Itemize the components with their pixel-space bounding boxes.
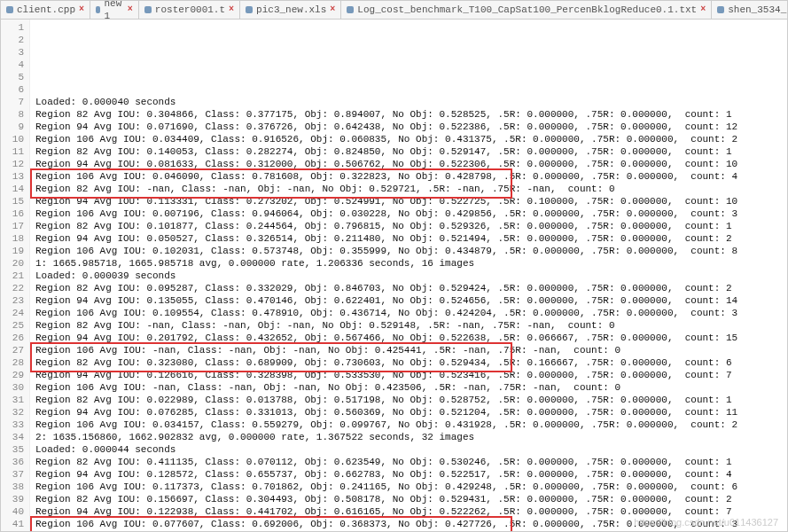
line-number: 37 — [1, 468, 24, 481]
line-number: 8 — [1, 108, 24, 121]
line-number: 2 — [1, 34, 24, 46]
code-line[interactable]: Region 106 Avg IOU: 0.007196, Class: 0.9… — [35, 207, 787, 220]
close-icon[interactable]: × — [700, 4, 706, 16]
code-line[interactable]: Region 106 Avg IOU: 0.034157, Class: 0.5… — [35, 419, 787, 431]
code-line[interactable]: Loaded: 0.000039 seconds — [35, 270, 787, 282]
code-line[interactable]: Region 106 Avg IOU: 0.117373, Class: 0.7… — [35, 481, 787, 493]
file-icon — [717, 6, 724, 13]
code-line[interactable]: Region 82 Avg IOU: -nan, Class: -nan, Ob… — [35, 319, 787, 332]
watermark: https://blog.csdn.net/u011436127 — [634, 516, 778, 528]
line-number: 40 — [1, 505, 24, 518]
code-line[interactable]: Region 82 Avg IOU: 0.323080, Class: 0.68… — [35, 356, 787, 369]
line-number: 34 — [1, 431, 24, 443]
line-number: 9 — [1, 121, 24, 133]
code-line[interactable]: Region 82 Avg IOU: -nan, Class: -nan, Ob… — [35, 183, 787, 195]
code-line[interactable]: Region 82 Avg IOU: 0.140053, Class: 0.28… — [35, 145, 787, 158]
file-icon — [347, 6, 354, 13]
file-icon — [246, 6, 253, 13]
code-line[interactable]: Region 94 Avg IOU: 0.113331, Class: 0.27… — [35, 195, 787, 207]
line-number: 21 — [1, 270, 24, 282]
line-number: 31 — [1, 394, 24, 406]
code-line[interactable]: Region 94 Avg IOU: 0.135055, Class: 0.47… — [35, 294, 787, 307]
line-number: 19 — [1, 245, 24, 257]
line-number: 32 — [1, 406, 24, 419]
code-line[interactable]: Region 106 Avg IOU: 0.102031, Class: 0.5… — [35, 245, 787, 257]
line-number: 6 — [1, 83, 24, 96]
code-line[interactable]: Region 94 Avg IOU: 0.050527, Class: 0.32… — [35, 232, 787, 245]
line-number: 25 — [1, 319, 24, 332]
code-line[interactable]: Region 94 Avg IOU: 0.076285, Class: 0.33… — [35, 406, 787, 419]
code-line[interactable]: Loaded: 0.000040 seconds — [35, 96, 787, 108]
file-icon — [6, 6, 13, 13]
line-number: 41 — [1, 518, 24, 530]
code-line[interactable]: Region 94 Avg IOU: 0.128572, Class: 0.65… — [35, 468, 787, 481]
close-icon[interactable]: × — [330, 4, 335, 16]
line-number: 4 — [1, 59, 24, 71]
line-number: 20 — [1, 257, 24, 270]
close-icon[interactable]: × — [229, 4, 234, 16]
close-icon[interactable]: × — [79, 4, 84, 16]
code-line[interactable]: Region 82 Avg IOU: 0.156697, Class: 0.30… — [35, 493, 787, 505]
code-line[interactable]: Region 94 Avg IOU: 0.126616, Class: 0.32… — [35, 369, 787, 381]
tab-1[interactable]: new 1× — [90, 1, 139, 19]
line-number: 1 — [1, 21, 24, 34]
code-line[interactable]: Loaded: 0.000044 seconds — [35, 443, 787, 456]
line-number: 27 — [1, 344, 24, 356]
line-number: 39 — [1, 493, 24, 505]
code-area: https://blog.csdn.net/u011436127 Loaded:… — [30, 20, 787, 532]
line-number: 23 — [1, 294, 24, 307]
tab-3[interactable]: pic3_new.xls× — [240, 1, 341, 19]
code-line[interactable]: Region 82 Avg IOU: 0.101877, Class: 0.24… — [35, 220, 787, 232]
line-number: 29 — [1, 369, 24, 381]
line-gutter: 1234567891011121314151617181920212223242… — [1, 20, 30, 532]
code-line[interactable]: Region 82 Avg IOU: 0.022989, Class: 0.01… — [35, 394, 787, 406]
tab-2[interactable]: roster0001.t× — [139, 1, 240, 19]
tab-label: Log_cost_benchmark_T100_CapSat100_Percen… — [357, 4, 697, 16]
line-number: 18 — [1, 232, 24, 245]
line-number: 38 — [1, 481, 24, 493]
code-line[interactable]: Region 106 Avg IOU: -nan, Class: -nan, O… — [35, 344, 787, 356]
close-icon[interactable]: × — [128, 4, 133, 16]
line-number: 26 — [1, 332, 24, 344]
tab-0[interactable]: client.cpp× — [1, 1, 90, 19]
tab-label: shen_3534_train_log.txt — [728, 4, 788, 16]
code-line[interactable]: Region 82 Avg IOU: 0.411135, Class: 0.07… — [35, 456, 787, 468]
tab-label: pic3_new.xls — [256, 4, 326, 16]
editor: 1234567891011121314151617181920212223242… — [1, 20, 787, 532]
code-line[interactable]: Region 106 Avg IOU: 0.046090, Class: 0.7… — [35, 170, 787, 183]
line-number: 17 — [1, 220, 24, 232]
code-line[interactable]: Region 94 Avg IOU: 0.071690, Class: 0.37… — [35, 121, 787, 133]
file-icon — [144, 6, 152, 13]
line-number: 24 — [1, 307, 24, 319]
line-number: 16 — [1, 207, 24, 220]
line-number: 30 — [1, 381, 24, 394]
line-number: 33 — [1, 419, 24, 431]
code-line[interactable]: Region 82 Avg IOU: 0.304866, Class: 0.37… — [35, 108, 787, 121]
line-number: 7 — [1, 96, 24, 108]
code-line[interactable]: Region 106 Avg IOU: 0.109554, Class: 0.4… — [35, 307, 787, 319]
code-line[interactable]: Region 94 Avg IOU: 0.201792, Class: 0.43… — [35, 332, 787, 344]
tab-label: roster0001.t — [155, 4, 225, 16]
line-number: 22 — [1, 282, 24, 294]
code-line[interactable]: 2: 1635.156860, 1662.902832 avg, 0.00000… — [35, 431, 787, 443]
line-number: 15 — [1, 195, 24, 207]
code-line[interactable]: Region 106 Avg IOU: 0.034409, Class: 0.9… — [35, 133, 787, 145]
tab-5[interactable]: shen_3534_train_log.txt× — [712, 1, 788, 19]
code-line[interactable]: Region 106 Avg IOU: -nan, Class: -nan, O… — [35, 381, 787, 394]
tab-label: client.cpp — [17, 4, 75, 16]
line-number: 5 — [1, 71, 24, 83]
code-line[interactable]: Region 94 Avg IOU: 0.081633, Class: 0.31… — [35, 158, 787, 170]
line-number: 28 — [1, 356, 24, 369]
file-icon — [96, 6, 100, 13]
line-number: 11 — [1, 145, 24, 158]
tab-4[interactable]: Log_cost_benchmark_T100_CapSat100_Percen… — [341, 1, 712, 19]
line-number: 35 — [1, 443, 24, 456]
line-number: 14 — [1, 183, 24, 195]
line-number: 10 — [1, 133, 24, 145]
line-number: 3 — [1, 46, 24, 59]
line-number: 12 — [1, 158, 24, 170]
line-number: 36 — [1, 456, 24, 468]
line-number: 13 — [1, 170, 24, 183]
code-line[interactable]: 1: 1665.985718, 1665.985718 avg, 0.00000… — [35, 257, 787, 270]
code-line[interactable]: Region 82 Avg IOU: 0.095287, Class: 0.33… — [35, 282, 787, 294]
